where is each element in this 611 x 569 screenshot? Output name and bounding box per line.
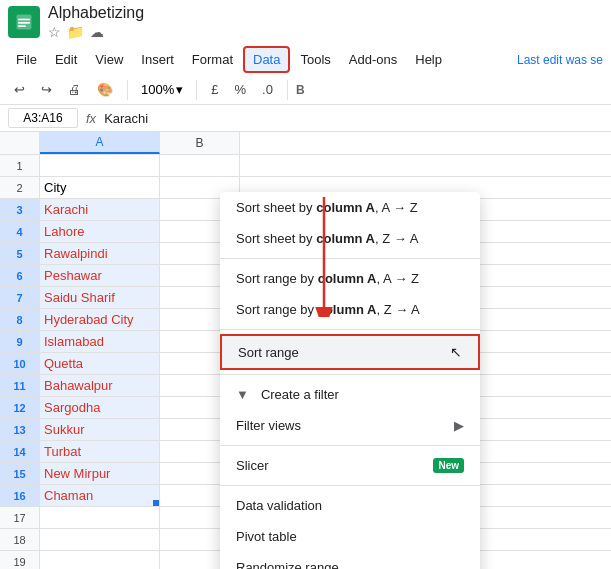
cell-a11[interactable]: Bahawalpur <box>40 375 160 396</box>
cell-a18[interactable] <box>40 529 160 550</box>
separator-4 <box>220 445 480 446</box>
percent-button[interactable]: % <box>228 79 252 100</box>
cell-a1[interactable] <box>40 155 160 176</box>
main-area: A B 1 2 City 3 Karachi <box>0 132 611 569</box>
cell-a6[interactable]: Peshawar <box>40 265 160 286</box>
print-button[interactable]: 🖨 <box>62 79 87 100</box>
cell-b1[interactable] <box>160 155 240 176</box>
title-icons: ☆ 📁 ☁ <box>48 24 144 40</box>
cell-a7[interactable]: Saidu Sharif <box>40 287 160 308</box>
separator-2 <box>196 80 197 100</box>
row-num-10: 10 <box>0 353 40 374</box>
row-num-11: 11 <box>0 375 40 396</box>
menu-addons[interactable]: Add-ons <box>341 48 405 71</box>
bold-b[interactable]: B <box>296 83 305 97</box>
cell-a13[interactable]: Sukkur <box>40 419 160 440</box>
pivot-table-label: Pivot table <box>236 529 297 544</box>
svg-rect-2 <box>18 22 30 24</box>
col-headers: A B <box>0 132 611 155</box>
decimal-button[interactable]: .0 <box>256 79 279 100</box>
svg-rect-3 <box>18 25 26 27</box>
separator-1 <box>220 258 480 259</box>
menu-insert[interactable]: Insert <box>133 48 182 71</box>
star-icon[interactable]: ☆ <box>48 24 61 40</box>
paint-format-button[interactable]: 🎨 <box>91 79 119 100</box>
row-num-2: 2 <box>0 177 40 198</box>
undo-button[interactable]: ↩ <box>8 79 31 100</box>
zoom-arrow: ▾ <box>176 82 183 97</box>
svg-rect-1 <box>18 19 30 21</box>
sort-range-item[interactable]: Sort range ↖ <box>220 334 480 370</box>
menu-data[interactable]: Data <box>243 46 290 73</box>
cell-a8[interactable]: Hyderabad City <box>40 309 160 330</box>
row-num-14: 14 <box>0 441 40 462</box>
data-validation-label: Data validation <box>236 498 322 513</box>
cell-a9[interactable]: Islamabad <box>40 331 160 352</box>
spreadsheet-container: A B 1 2 City 3 Karachi <box>0 132 611 569</box>
redo-button[interactable]: ↪ <box>35 79 58 100</box>
slicer-label: Slicer <box>236 458 269 473</box>
sort-sheet-za[interactable]: Sort sheet by column A, Z → A <box>220 223 480 254</box>
menu-edit[interactable]: Edit <box>47 48 85 71</box>
folder-icon[interactable]: 📁 <box>67 24 84 40</box>
data-dropdown-menu: Sort sheet by column A, A → Z Sort sheet… <box>220 192 480 569</box>
row-num-6: 6 <box>0 265 40 286</box>
randomize-range-label: Randomize range <box>236 560 339 569</box>
cell-a3[interactable]: Karachi <box>40 199 160 220</box>
row-num-18: 18 <box>0 529 40 550</box>
cloud-icon[interactable]: ☁ <box>90 24 104 40</box>
cell-a17[interactable] <box>40 507 160 528</box>
cell-a14[interactable]: Turbat <box>40 441 160 462</box>
menu-file[interactable]: File <box>8 48 45 71</box>
data-validation-item[interactable]: Data validation <box>220 490 480 521</box>
zoom-control[interactable]: 100% ▾ <box>136 79 188 100</box>
filter-views-item[interactable]: Filter views ▶ <box>220 410 480 441</box>
zoom-value: 100% <box>141 82 174 97</box>
separator-3 <box>287 80 288 100</box>
row-num-header <box>0 132 40 154</box>
cell-a19[interactable] <box>40 551 160 569</box>
cell-a12[interactable]: Sargodha <box>40 397 160 418</box>
create-filter-label: Create a filter <box>261 387 339 402</box>
separator-1 <box>127 80 128 100</box>
menu-help[interactable]: Help <box>407 48 450 71</box>
sort-sheet-az[interactable]: Sort sheet by column A, A → Z <box>220 192 480 223</box>
cell-a4[interactable]: Lahore <box>40 221 160 242</box>
menu-view[interactable]: View <box>87 48 131 71</box>
sort-range-az[interactable]: Sort range by column A, A → Z <box>220 263 480 294</box>
row-num-7: 7 <box>0 287 40 308</box>
menu-format[interactable]: Format <box>184 48 241 71</box>
cell-reference[interactable]: A3:A16 <box>8 108 78 128</box>
selection-handle <box>153 500 159 506</box>
sort-range-za-label: Sort range by column A, Z → A <box>236 302 420 317</box>
cell-a5[interactable]: Rawalpindi <box>40 243 160 264</box>
doc-title[interactable]: Alphabetizing <box>48 4 144 22</box>
menu-tools[interactable]: Tools <box>292 48 338 71</box>
fx-symbol: fx <box>86 111 96 126</box>
table-row: 1 <box>0 155 611 177</box>
cell-a15[interactable]: New Mirpur <box>40 463 160 484</box>
row-num-17: 17 <box>0 507 40 528</box>
randomize-range-item[interactable]: Randomize range <box>220 552 480 569</box>
row-num-19: 19 <box>0 551 40 569</box>
row-num-5: 5 <box>0 243 40 264</box>
sort-range-za[interactable]: Sort range by column A, Z → A <box>220 294 480 325</box>
row-num-13: 13 <box>0 419 40 440</box>
submenu-arrow-icon: ▶ <box>454 418 464 433</box>
create-filter-item[interactable]: ▼ Create a filter <box>220 379 480 410</box>
pivot-table-item[interactable]: Pivot table <box>220 521 480 552</box>
cell-a10[interactable]: Quetta <box>40 353 160 374</box>
separator-5 <box>220 485 480 486</box>
sort-range-az-label: Sort range by column A, A → Z <box>236 271 419 286</box>
cell-a2[interactable]: City <box>40 177 160 198</box>
row-num-16: 16 <box>0 485 40 506</box>
formula-input[interactable] <box>104 111 603 126</box>
last-edit: Last edit was se <box>517 53 603 67</box>
toolbar: ↩ ↪ 🖨 🎨 100% ▾ £ % .0 B <box>0 75 611 105</box>
currency-button[interactable]: £ <box>205 79 224 100</box>
slicer-item[interactable]: Slicer New <box>220 450 480 481</box>
cell-a16[interactable]: Chaman <box>40 485 160 506</box>
filter-views-label: Filter views <box>236 418 301 433</box>
cursor-icon: ↖ <box>450 344 462 360</box>
row-num-12: 12 <box>0 397 40 418</box>
